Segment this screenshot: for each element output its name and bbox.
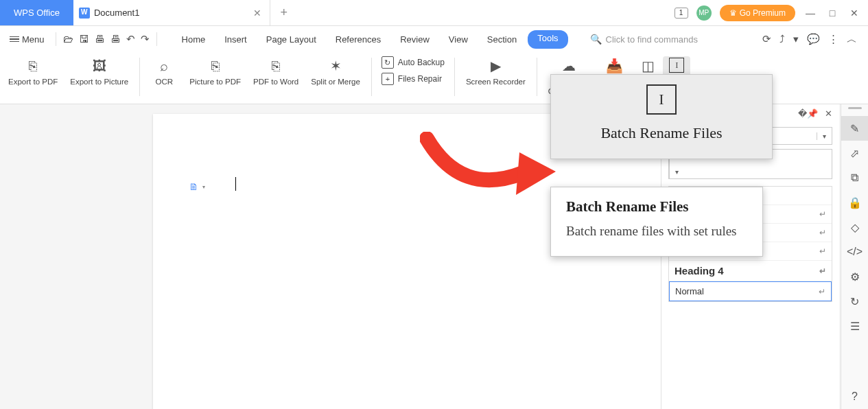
tab-review[interactable]: Review <box>392 30 438 49</box>
ocr-button[interactable]: ⌕ OCR <box>145 56 183 88</box>
return-icon: ↵ <box>819 266 826 276</box>
return-icon: ↵ <box>819 246 826 256</box>
rail-list-icon[interactable]: ☰ <box>841 314 869 338</box>
command-search[interactable]: 🔍 Click to find commands <box>590 34 698 45</box>
red-arrow-annotation <box>420 132 557 207</box>
print-preview-icon[interactable]: 🖶 <box>110 33 121 45</box>
file-collect-icon: 📥 <box>606 58 622 74</box>
menubar: Menu 🗁 🖫 🖶 🖶 ↶ ↷ Home Insert Page Layout… <box>0 26 868 52</box>
repair-icon: + <box>382 73 394 85</box>
rail-clipboard-icon[interactable]: ⧉ <box>841 165 869 190</box>
export-to-pdf-button[interactable]: ⎘ Export to PDF <box>3 56 63 88</box>
split-or-merge-button[interactable]: ✶ Split or Merge <box>305 56 366 88</box>
redo-icon[interactable]: ↷ <box>141 33 150 45</box>
open-icon[interactable]: 🗁 <box>63 33 73 45</box>
doc-icon <box>79 8 90 19</box>
undo-icon[interactable]: ↶ <box>126 33 135 45</box>
rail-help-icon[interactable]: ? <box>841 384 869 409</box>
new-tab-button[interactable]: + <box>270 5 297 20</box>
more-icon[interactable]: ⋮ <box>828 33 838 46</box>
callout-title: Batch Rename Files <box>600 124 722 142</box>
cloud-sync-icon[interactable]: ⟳ <box>762 33 771 46</box>
hamburger-icon <box>10 35 19 44</box>
search-icon: 🔍 <box>590 34 602 45</box>
rail-lock-icon[interactable]: 🔒 <box>841 190 869 215</box>
close-tab-icon[interactable]: ✕ <box>253 8 261 19</box>
app-tab[interactable]: WPS Office <box>0 0 73 25</box>
batch-rename-icon: I <box>669 58 684 73</box>
save-icon[interactable]: 🖫 <box>79 33 89 45</box>
style-item-heading4[interactable]: Heading 4 ↵ <box>669 261 832 281</box>
minimize-button[interactable]: — <box>804 8 817 19</box>
rail-settings-icon[interactable]: ⚙ <box>841 264 869 289</box>
page-icon: 🗎 <box>189 181 198 192</box>
print-icon[interactable]: 🖶 <box>95 33 105 45</box>
share-icon[interactable]: ⤴ <box>779 33 785 46</box>
ocr-icon: ⌕ <box>156 58 172 74</box>
titlebar: WPS Office Document1 ✕ + 1 MP ♛ Go Premi… <box>0 0 868 26</box>
tab-insert[interactable]: Insert <box>216 30 255 49</box>
crown-icon: ♛ <box>729 8 737 18</box>
export-to-picture-button[interactable]: 🖼 Export to Picture <box>64 56 134 88</box>
return-icon: ↵ <box>819 287 825 296</box>
tab-home[interactable]: Home <box>174 30 214 49</box>
recorder-icon: ▶ <box>487 58 504 74</box>
return-icon: ↵ <box>819 228 826 237</box>
pin-icon[interactable]: �📌 <box>798 108 818 119</box>
save-as-icon[interactable]: ▾ <box>793 33 799 46</box>
pdf-icon: ⎘ <box>25 58 41 74</box>
cloud-icon: ☁ <box>561 58 577 74</box>
collapse-ribbon-icon[interactable]: ︿ <box>847 33 857 46</box>
compare-icon: ◫ <box>640 58 656 74</box>
batch-rename-large-icon: I <box>646 84 677 115</box>
rail-tag-icon[interactable]: ◇ <box>841 215 869 239</box>
stage-badge[interactable]: 1 <box>675 8 688 19</box>
rail-select-icon[interactable]: ⬀ <box>841 141 869 165</box>
side-rail: ✎ ⬀ ⧉ 🔒 ◇ </> ⚙ ↻ ☰ ? <box>841 104 868 409</box>
tab-tools[interactable]: Tools <box>528 30 567 49</box>
style-item-normal[interactable]: Normal ↵ <box>669 281 832 301</box>
return-icon: ↵ <box>819 209 826 219</box>
tab-section[interactable]: Section <box>479 30 525 49</box>
rail-code-icon[interactable]: </> <box>841 239 869 264</box>
files-repair-button[interactable]: + Files Repair <box>382 73 445 85</box>
document-title: Document1 <box>94 8 139 18</box>
picture-icon: 🖼 <box>91 58 108 74</box>
tab-page-layout[interactable]: Page Layout <box>258 30 325 49</box>
tab-view[interactable]: View <box>441 30 476 49</box>
pic-pdf-icon: ⎘ <box>207 58 224 74</box>
screen-recorder-button[interactable]: ▶ Screen Recorder <box>460 56 531 88</box>
pdf-to-word-button[interactable]: ⎘ PDF to Word <box>248 56 304 88</box>
split-icon: ✶ <box>327 58 344 74</box>
go-premium-button[interactable]: ♛ Go Premium <box>720 5 795 21</box>
rail-history-icon[interactable]: ↻ <box>841 289 869 314</box>
backup-icon: ↻ <box>382 56 394 69</box>
page-section-marker[interactable]: 🗎 ▾ <box>189 181 205 192</box>
main-menu-button[interactable]: Menu <box>5 32 49 47</box>
rail-edit-icon[interactable]: ✎ <box>841 116 869 141</box>
text-cursor <box>235 177 236 191</box>
tooltip-title: Batch Rename Files <box>566 198 747 215</box>
ribbon-tabs: Home Insert Page Layout References Revie… <box>174 30 568 49</box>
maximize-button[interactable]: □ <box>825 8 839 19</box>
auto-backup-button[interactable]: ↻ Auto Backup <box>382 56 445 69</box>
search-placeholder: Click to find commands <box>606 34 698 45</box>
drag-handle[interactable] <box>848 107 862 109</box>
pdf-word-icon: ⎘ <box>268 58 284 74</box>
comment-icon[interactable]: 💬 <box>807 33 820 46</box>
picture-to-pdf-button[interactable]: ⎘ Picture to PDF <box>184 56 246 88</box>
close-panel-icon[interactable]: ✕ <box>825 108 832 119</box>
chevron-down-icon: ▾ <box>817 132 832 140</box>
quick-access-toolbar: 🗁 🖫 🖶 🖶 ↶ ↷ <box>63 33 150 45</box>
batch-rename-callout: I Batch Rename Files Batch Rename Files … <box>550 74 773 257</box>
tooltip-description: Batch rename files with set rules <box>566 222 747 241</box>
batch-rename-button-large[interactable]: I Batch Rename Files <box>550 74 773 159</box>
close-window-button[interactable]: ✕ <box>847 8 861 19</box>
batch-rename-tooltip: Batch Rename Files Batch rename files wi… <box>550 187 763 257</box>
app-name: WPS Office <box>14 8 60 18</box>
dropdown-icon: ▾ <box>202 184 205 190</box>
document-tab[interactable]: Document1 ✕ <box>73 0 270 25</box>
avatar[interactable]: MP <box>696 5 712 21</box>
tab-references[interactable]: References <box>327 30 389 49</box>
